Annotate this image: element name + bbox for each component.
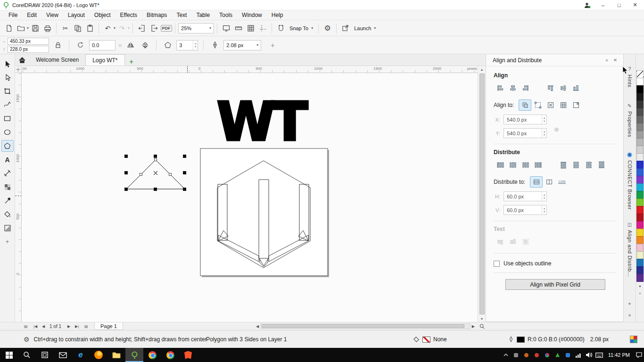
- print-button[interactable]: [41, 22, 53, 34]
- status-gear-icon[interactable]: ⚙: [24, 336, 30, 343]
- color-swatch[interactable]: [636, 78, 644, 86]
- palette-flyout-button[interactable]: »: [636, 290, 644, 296]
- align-center-vertical-button[interactable]: [557, 82, 570, 94]
- color-swatch[interactable]: [636, 146, 644, 154]
- tray-chevron-up-icon[interactable]: [501, 348, 511, 362]
- tab-document[interactable]: Logo WT*: [85, 54, 124, 66]
- touch-keyboard-icon[interactable]: [594, 348, 604, 362]
- color-swatch[interactable]: [636, 236, 644, 244]
- first-page-button[interactable]: |◀: [32, 322, 39, 330]
- outline-width-combo[interactable]: 2.08 px▾: [223, 40, 261, 50]
- scroll-up-arrow[interactable]: ▲: [479, 66, 486, 73]
- color-swatch[interactable]: [636, 168, 644, 176]
- close-button[interactable]: ✕: [627, 0, 643, 10]
- copy-button[interactable]: [72, 22, 83, 34]
- show-rulers-button[interactable]: [232, 22, 244, 34]
- menu-item-bitmaps[interactable]: Bitmaps: [142, 11, 172, 19]
- tray-app-icon-3[interactable]: [532, 348, 542, 362]
- vertical-scrollbar[interactable]: ▲ ▼: [478, 66, 486, 322]
- menu-item-edit[interactable]: Edit: [22, 11, 41, 19]
- color-swatch[interactable]: [636, 266, 644, 274]
- align-y-field[interactable]: 540.0 px▲▼: [504, 128, 547, 138]
- add-tool-button[interactable]: +: [1, 236, 14, 247]
- fullscreen-preview-button[interactable]: [220, 22, 232, 34]
- add-property-icon[interactable]: +: [271, 41, 274, 49]
- color-swatch[interactable]: [636, 244, 644, 252]
- menu-item-tools[interactable]: Tools: [215, 11, 237, 19]
- color-swatch[interactable]: [636, 100, 644, 108]
- distribute-spacing-v-button[interactable]: [582, 159, 595, 171]
- text-align-baseline-first-button[interactable]: [494, 236, 506, 247]
- smart-fill-tool[interactable]: [1, 208, 14, 220]
- distribute-left-button[interactable]: [494, 159, 506, 171]
- align-to-page-edge-button[interactable]: [531, 99, 544, 111]
- document-palette-icon[interactable]: [630, 336, 637, 343]
- align-to-specified-point-button[interactable]: [570, 99, 582, 111]
- menu-item-object[interactable]: Object: [90, 11, 116, 19]
- fill-status[interactable]: None: [413, 330, 447, 348]
- tray-app-icon-2[interactable]: [521, 348, 532, 362]
- interactive-fill-tool[interactable]: [1, 222, 14, 234]
- snap-to-caret[interactable]: ▾: [311, 26, 313, 30]
- chrome-button[interactable]: [143, 348, 161, 362]
- shape-tool[interactable]: [1, 72, 14, 83]
- undo-button[interactable]: ↶: [102, 22, 114, 34]
- mirror-vertical-button[interactable]: [139, 39, 151, 51]
- outline-status[interactable]: R:0 G:0 B:0 (#000000) 2.08 px: [508, 330, 609, 348]
- text-align-baseline-last-button[interactable]: [506, 236, 519, 247]
- pan-zoom-button[interactable]: [478, 322, 486, 330]
- color-swatch[interactable]: [636, 115, 644, 123]
- menu-item-window[interactable]: Window: [237, 11, 267, 19]
- distribute-by-spacing-button[interactable]: 1230: [555, 176, 568, 188]
- rectangle-tool[interactable]: [1, 113, 14, 124]
- use-objects-outline-checkbox[interactable]: [494, 261, 500, 267]
- page-flag-icon[interactable]: ▤: [23, 322, 29, 330]
- redo-dropdown-caret[interactable]: ▾: [128, 26, 130, 30]
- tray-app-icon-5[interactable]: [553, 348, 563, 362]
- open-button[interactable]: [15, 22, 27, 34]
- align-to-active-objects-button[interactable]: [519, 99, 531, 111]
- rotation-angle-field[interactable]: 0.0: [89, 40, 116, 50]
- align-top-button[interactable]: [544, 82, 557, 94]
- tray-app-icon-6[interactable]: [563, 348, 573, 362]
- action-center-icon[interactable]: [634, 348, 644, 362]
- align-to-grid-button[interactable]: [557, 99, 570, 111]
- publish-pdf-button[interactable]: PDF: [160, 22, 172, 34]
- freehand-tool[interactable]: [1, 99, 14, 111]
- ellipse-tool[interactable]: [1, 126, 14, 138]
- menu-item-effects[interactable]: Effects: [116, 11, 142, 19]
- paste-button[interactable]: [84, 22, 96, 34]
- network-icon[interactable]: [573, 348, 584, 362]
- align-left-button[interactable]: [494, 82, 506, 94]
- menu-item-layout[interactable]: Layout: [63, 11, 90, 19]
- next-page-button[interactable]: ▶: [66, 322, 72, 330]
- new-tab-button[interactable]: +: [125, 58, 138, 66]
- last-page-button[interactable]: ▶|: [74, 322, 80, 330]
- color-swatch[interactable]: [636, 85, 644, 93]
- eyedropper-tool[interactable]: [1, 195, 14, 206]
- menu-item-help[interactable]: Help: [267, 11, 288, 19]
- distribute-h-field[interactable]: 60.0 px▲▼: [504, 191, 547, 201]
- color-swatch[interactable]: [636, 191, 644, 199]
- account-icon[interactable]: [579, 0, 595, 10]
- mirror-horizontal-button[interactable]: [124, 39, 136, 51]
- options-button[interactable]: ⚙: [322, 22, 333, 34]
- horizontal-scroll-thumb[interactable]: [262, 324, 464, 328]
- horizontal-ruler[interactable]: 00 1000 500 0 500 1000 1500 2000 pixels: [22, 66, 478, 73]
- add-page-icon[interactable]: ▤: [83, 322, 90, 330]
- show-guidelines-button[interactable]: [257, 22, 269, 34]
- align-y-spinner[interactable]: ▲▼: [542, 129, 546, 138]
- launch-dropdown[interactable]: Launch▾: [352, 23, 378, 33]
- menu-item-view[interactable]: View: [41, 11, 63, 19]
- color-swatch[interactable]: [636, 138, 644, 146]
- lock-ratio-button[interactable]: [52, 39, 64, 51]
- distribute-to-page-button[interactable]: [543, 176, 555, 188]
- object-y-field[interactable]: 228.0 px: [8, 46, 49, 53]
- color-swatch[interactable]: [636, 93, 644, 101]
- tab-welcome-screen[interactable]: Welcome Screen: [29, 54, 85, 66]
- no-color-swatch[interactable]: [636, 70, 644, 78]
- text-tool[interactable]: A: [1, 154, 14, 165]
- align-x-field[interactable]: 540.0 px▲▼: [504, 115, 547, 124]
- chrome-profile2-button[interactable]: [161, 348, 179, 362]
- undo-dropdown-caret[interactable]: ▾: [114, 26, 116, 30]
